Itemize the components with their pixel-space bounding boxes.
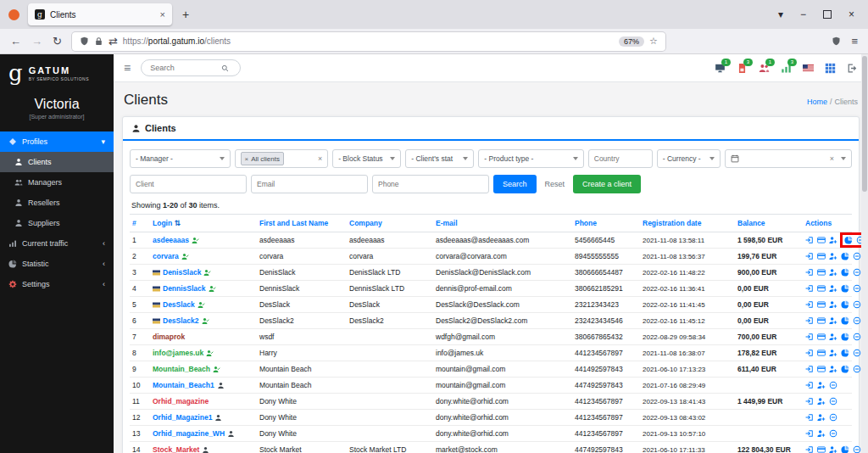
- sidebar-item-suppliers[interactable]: Suppliers: [0, 213, 114, 233]
- col-registration-date[interactable]: Registration date: [640, 215, 735, 232]
- payments-icon[interactable]: [817, 316, 826, 325]
- login-as-icon[interactable]: [805, 381, 814, 389]
- col-name[interactable]: First and Last Name: [257, 215, 347, 232]
- client-login-link[interactable]: Orhid_magazine_WH: [153, 429, 225, 438]
- login-as-icon[interactable]: [805, 316, 814, 325]
- client-login-link[interactable]: Orhid_magazine: [153, 397, 209, 405]
- block-icon[interactable]: [853, 284, 861, 293]
- col-login[interactable]: Login ⇅: [150, 215, 257, 232]
- login-as-icon[interactable]: [805, 300, 814, 309]
- block-icon[interactable]: [829, 429, 837, 438]
- payments-icon[interactable]: [817, 252, 826, 260]
- statistics-icon[interactable]: [841, 365, 849, 373]
- payments-icon[interactable]: [817, 349, 826, 357]
- col-phone[interactable]: Phone: [572, 215, 640, 232]
- payments-icon[interactable]: [817, 236, 826, 244]
- tab-close-icon[interactable]: ×: [160, 9, 165, 20]
- client-login-link[interactable]: Mountain_Beach1: [153, 381, 214, 389]
- sidebar-item-statistic[interactable]: Statistic‹: [0, 254, 114, 274]
- statistics-icon[interactable]: [841, 445, 849, 453]
- sidebar-item-profiles[interactable]: Profiles▾: [0, 131, 114, 152]
- login-as-icon[interactable]: [805, 445, 814, 453]
- topbar-grid-button[interactable]: [825, 63, 836, 74]
- edit-client-icon[interactable]: [817, 413, 826, 422]
- client-login-link[interactable]: info@james.uk: [153, 349, 203, 357]
- client-login-link[interactable]: asdeeaaas: [153, 236, 189, 244]
- back-button[interactable]: ←: [10, 36, 21, 47]
- page-scrollbar[interactable]: [861, 54, 868, 453]
- app-menu-icon[interactable]: ≡: [851, 36, 858, 47]
- product-type-filter[interactable]: - Product type -: [478, 149, 583, 168]
- window-close-button[interactable]: ×: [849, 8, 854, 20]
- login-as-icon[interactable]: [805, 252, 814, 260]
- login-as-icon[interactable]: [805, 397, 814, 405]
- browser-tab[interactable]: g Clients ×: [28, 3, 172, 25]
- reset-button[interactable]: Reset: [541, 175, 570, 193]
- extension-icon[interactable]: [832, 36, 841, 46]
- block-icon[interactable]: [829, 397, 837, 405]
- col-balance[interactable]: Balance: [735, 215, 803, 232]
- block-icon[interactable]: [853, 300, 861, 309]
- statistics-icon[interactable]: [841, 333, 849, 341]
- client-login-link[interactable]: Stock_Market: [153, 445, 199, 453]
- clear-filter-icon[interactable]: ×: [318, 154, 322, 163]
- payments-icon[interactable]: [817, 268, 826, 277]
- edit-client-icon[interactable]: [829, 300, 837, 309]
- topbar-logout-button[interactable]: [847, 63, 858, 74]
- payments-icon[interactable]: [817, 365, 826, 373]
- statistics-icon[interactable]: [844, 236, 853, 244]
- login-as-icon[interactable]: [805, 268, 814, 277]
- search-input[interactable]: [148, 63, 218, 73]
- sort-icon[interactable]: ⇅: [175, 219, 181, 227]
- sidebar-item-clients[interactable]: Clients: [0, 152, 114, 172]
- edit-client-icon[interactable]: [829, 252, 837, 260]
- date-range-filter[interactable]: ×: [725, 149, 852, 168]
- payments-icon[interactable]: [817, 300, 826, 309]
- edit-client-icon[interactable]: [829, 284, 837, 293]
- login-as-icon[interactable]: [805, 333, 814, 341]
- topbar-people-button[interactable]: 1: [759, 63, 770, 74]
- client-stat-filter[interactable]: - Client's stat: [405, 149, 474, 168]
- forward-button[interactable]: →: [31, 36, 42, 47]
- permissions-icon[interactable]: ⇄: [108, 36, 118, 47]
- sidebar-item-current-traffic[interactable]: Current traffic‹: [0, 233, 114, 254]
- search-button[interactable]: Search: [493, 175, 537, 193]
- phone-input[interactable]: [372, 175, 489, 193]
- login-as-icon[interactable]: [805, 284, 814, 293]
- block-icon[interactable]: [853, 316, 861, 325]
- activities-icon[interactable]: [8, 9, 19, 20]
- block-icon[interactable]: [853, 445, 861, 453]
- col-company[interactable]: Company: [347, 215, 433, 232]
- edit-client-icon[interactable]: [817, 397, 826, 405]
- email-input[interactable]: [251, 175, 368, 193]
- col-email[interactable]: E-mail: [433, 215, 572, 232]
- block-icon[interactable]: [853, 349, 861, 357]
- client-login-link[interactable]: Mountain_Beach: [153, 365, 210, 373]
- client-login-link[interactable]: DesSlack2: [163, 316, 199, 325]
- statistics-icon[interactable]: [841, 284, 849, 293]
- zoom-level[interactable]: 67%: [619, 36, 644, 47]
- https-lock-icon[interactable]: [94, 36, 103, 46]
- statistics-icon[interactable]: [841, 252, 849, 260]
- client-login-link[interactable]: DenisSlack: [163, 268, 201, 277]
- url-bar[interactable]: ⇄ https://portal.gatum.io/clients 67% ☆: [72, 32, 665, 51]
- statistics-icon[interactable]: [841, 349, 849, 357]
- new-tab-button[interactable]: +: [182, 8, 189, 21]
- search-icon[interactable]: [221, 64, 229, 72]
- payments-icon[interactable]: [817, 284, 826, 293]
- block-icon[interactable]: [853, 365, 861, 373]
- client-login-link[interactable]: dimaprok: [153, 333, 185, 341]
- login-as-icon[interactable]: [805, 413, 814, 422]
- sidebar-item-settings[interactable]: Settings‹: [0, 274, 114, 294]
- reload-button[interactable]: ↻: [53, 36, 62, 47]
- block-icon[interactable]: [829, 413, 837, 422]
- global-search[interactable]: [141, 59, 241, 76]
- client-login-link[interactable]: Orhid_Magazine1: [153, 413, 212, 422]
- edit-client-icon[interactable]: [817, 429, 826, 438]
- topbar-flag-us-button[interactable]: [803, 63, 814, 74]
- tracking-shield-icon[interactable]: [80, 36, 89, 46]
- topbar-monitor-button[interactable]: 1: [715, 63, 726, 74]
- sidebar-item-managers[interactable]: Managers: [0, 172, 114, 193]
- clients-type-filter[interactable]: ×All clients ×: [235, 149, 329, 168]
- sidebar-item-resellers[interactable]: Resellers: [0, 193, 114, 213]
